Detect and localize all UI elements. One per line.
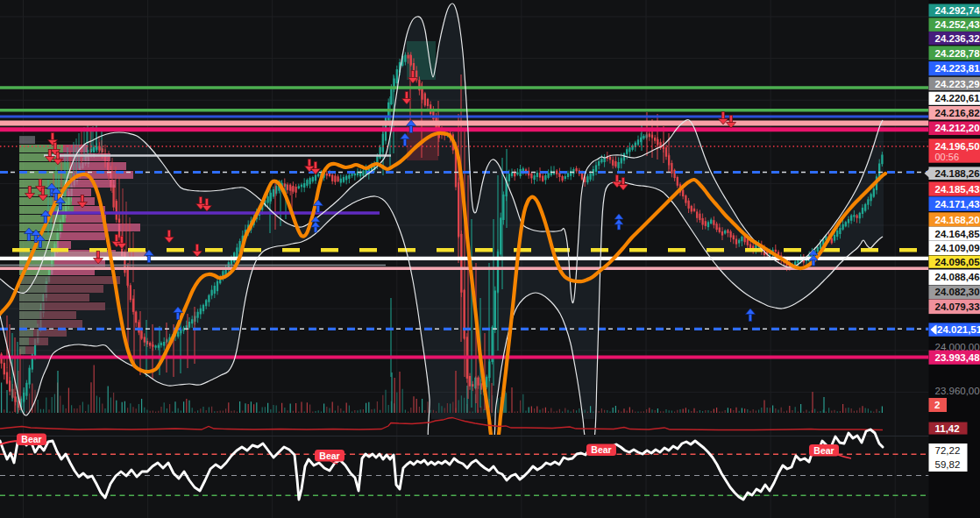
svg-text:24.236,32: 24.236,32 <box>935 33 980 44</box>
svg-text:24.082,30: 24.082,30 <box>935 287 980 297</box>
svg-text:24.096,05: 24.096,05 <box>935 257 980 267</box>
svg-text:24.216,82: 24.216,82 <box>935 108 980 118</box>
svg-text:24.228,78: 24.228,78 <box>935 48 980 59</box>
svg-text:Bear: Bear <box>591 444 611 455</box>
svg-text:24.223,81: 24.223,81 <box>935 63 980 74</box>
svg-text:23.993,48: 23.993,48 <box>935 352 980 363</box>
svg-text:24.171,43: 24.171,43 <box>935 199 980 209</box>
svg-text:00:56: 00:56 <box>935 152 960 162</box>
svg-text:24.212,20: 24.212,20 <box>935 123 980 133</box>
svg-text:Bear: Bear <box>21 434 41 444</box>
svg-text:24.079,33: 24.079,33 <box>935 302 980 312</box>
svg-text:24.292,74: 24.292,74 <box>935 5 980 16</box>
svg-text:Bear: Bear <box>319 451 339 461</box>
svg-text:24.185,43: 24.185,43 <box>935 184 980 195</box>
svg-text:24.109,09: 24.109,09 <box>935 243 980 253</box>
svg-text:24.168,20: 24.168,20 <box>935 215 980 225</box>
svg-text:24.223,29: 24.223,29 <box>935 79 980 89</box>
svg-text:24.220,61: 24.220,61 <box>935 93 980 103</box>
svg-text:59,82: 59,82 <box>935 459 961 470</box>
svg-text:2: 2 <box>934 400 940 410</box>
svg-text:Bear: Bear <box>813 445 834 456</box>
svg-text:72,22: 72,22 <box>935 445 961 456</box>
svg-text:11,42: 11,42 <box>935 423 960 434</box>
svg-text:23.960,00: 23.960,00 <box>935 386 980 396</box>
svg-text:24.188,26: 24.188,26 <box>935 168 980 179</box>
svg-text:24.252,43: 24.252,43 <box>935 19 980 30</box>
svg-text:24.021,51: 24.021,51 <box>937 324 980 335</box>
svg-text:24.088,46: 24.088,46 <box>935 272 980 282</box>
svg-text:24.164,85: 24.164,85 <box>935 229 980 239</box>
svg-text:24.196,50: 24.196,50 <box>935 141 980 152</box>
